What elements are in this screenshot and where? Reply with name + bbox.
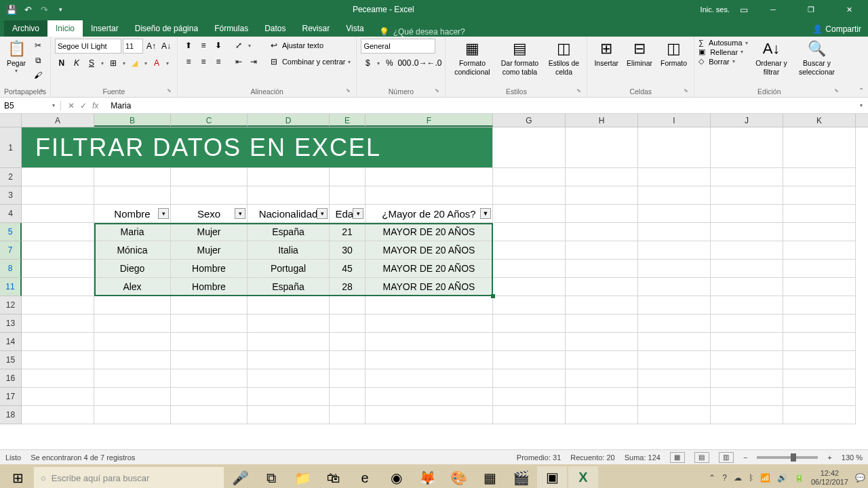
- cell[interactable]: [493, 260, 566, 278]
- cell[interactable]: Hombre: [171, 260, 248, 278]
- currency-icon[interactable]: $: [361, 56, 374, 70]
- cut-icon[interactable]: ✂: [31, 39, 45, 52]
- col-header-h[interactable]: H: [566, 114, 638, 127]
- cell[interactable]: [783, 278, 856, 296]
- table-header[interactable]: Edad▾: [330, 205, 366, 223]
- bold-button[interactable]: N: [55, 56, 68, 70]
- bluetooth-icon[interactable]: ᛒ: [749, 473, 753, 483]
- conditional-format-button[interactable]: ▦Formato condicional: [450, 39, 494, 78]
- align-top-icon[interactable]: ⬆: [182, 39, 195, 52]
- chevron-down-icon[interactable]: ▾: [376, 60, 381, 66]
- tab-data[interactable]: Datos: [256, 20, 294, 37]
- cell[interactable]: Diego: [94, 260, 171, 278]
- col-header-a[interactable]: A: [22, 114, 94, 127]
- filter-button[interactable]: ▾: [158, 208, 169, 219]
- align-bottom-icon[interactable]: ⬇: [212, 39, 225, 52]
- tab-layout[interactable]: Diseño de página: [127, 20, 206, 37]
- filter-button[interactable]: ▾: [317, 208, 328, 219]
- close-button[interactable]: ✕: [834, 0, 864, 19]
- notifications-icon[interactable]: 💬: [855, 473, 865, 483]
- format-painter-icon[interactable]: 🖌: [31, 68, 45, 82]
- cell[interactable]: Mujer: [171, 223, 248, 241]
- font-size-select[interactable]: [123, 39, 143, 54]
- excel-taskbar-icon[interactable]: X: [568, 466, 598, 488]
- view-page-break-button[interactable]: ▥: [719, 452, 734, 463]
- zoom-in-button[interactable]: +: [827, 453, 831, 462]
- fill-color-icon[interactable]: ◢: [128, 56, 142, 70]
- cell[interactable]: MAYOR DE 20 AÑOS: [366, 278, 493, 296]
- cell[interactable]: España: [248, 278, 330, 296]
- recorder-icon[interactable]: ▣: [537, 466, 567, 488]
- wifi-icon[interactable]: 📶: [760, 473, 770, 483]
- view-normal-button[interactable]: ▦: [670, 452, 685, 463]
- cell[interactable]: [711, 278, 783, 296]
- col-header-i[interactable]: I: [638, 114, 711, 127]
- table-header[interactable]: Nombre▾: [94, 205, 171, 223]
- tab-view[interactable]: Vista: [338, 20, 372, 37]
- cell[interactable]: [22, 241, 94, 260]
- cell[interactable]: [566, 241, 638, 260]
- align-center-icon[interactable]: ≡: [197, 55, 210, 68]
- grid[interactable]: FILTRAR DATOS EN EXCELNombre▾Sexo▾Nacion…: [22, 127, 856, 424]
- font-name-select[interactable]: [55, 39, 121, 54]
- cell[interactable]: [566, 260, 638, 278]
- view-page-layout-button[interactable]: ▤: [694, 452, 709, 463]
- cell[interactable]: [783, 241, 856, 260]
- increase-font-icon[interactable]: A↑: [144, 39, 158, 53]
- paste-button[interactable]: 📋 Pegar ▾: [4, 39, 28, 76]
- table-header[interactable]: Nacionalidad▾: [248, 205, 330, 223]
- fill-button[interactable]: ▣ Rellenar▾: [698, 47, 749, 56]
- cell[interactable]: [711, 223, 783, 241]
- paint-icon[interactable]: 🎨: [443, 466, 473, 488]
- tell-me-search[interactable]: 💡 ¿Qué desea hacer?: [372, 27, 472, 37]
- align-right-icon[interactable]: ≡: [212, 55, 225, 68]
- decrease-font-icon[interactable]: A↓: [159, 39, 173, 53]
- col-header-b[interactable]: B: [94, 114, 171, 127]
- wrap-text-button[interactable]: ↩ Ajustar texto: [267, 39, 353, 52]
- cell[interactable]: Italia: [248, 241, 330, 260]
- number-format-select[interactable]: [361, 39, 435, 54]
- undo-icon[interactable]: ↶: [22, 3, 34, 16]
- file-explorer-icon[interactable]: 📁: [288, 466, 317, 488]
- signin-link[interactable]: Inic. ses.: [701, 5, 730, 14]
- name-box[interactable]: B5 ▾: [0, 101, 61, 110]
- cell[interactable]: [638, 260, 711, 278]
- edge-icon[interactable]: e: [350, 466, 380, 488]
- filter-button[interactable]: ▾: [235, 208, 245, 219]
- enter-formula-icon[interactable]: ✓: [80, 101, 87, 110]
- ribbon-options-icon[interactable]: ▭: [738, 3, 750, 16]
- format-cells-button[interactable]: ◫Formato: [658, 39, 690, 69]
- col-header-j[interactable]: J: [711, 114, 783, 127]
- delete-cells-button[interactable]: ⊟Eliminar: [624, 39, 655, 69]
- merge-center-button[interactable]: ⊟ Combinar y centrar ▾: [267, 55, 353, 68]
- filter-button[interactable]: ▾: [353, 208, 363, 219]
- chevron-down-icon[interactable]: ▾: [143, 60, 149, 66]
- qat-dropdown-icon[interactable]: ▾: [54, 3, 66, 16]
- cell[interactable]: [711, 241, 783, 260]
- borders-icon[interactable]: ⊞: [106, 56, 120, 70]
- cell[interactable]: MAYOR DE 20 AÑOS: [366, 241, 493, 260]
- cell[interactable]: Maria: [94, 223, 171, 241]
- chevron-down-icon[interactable]: ▾: [121, 60, 127, 66]
- cell[interactable]: MAYOR DE 20 AÑOS: [366, 260, 493, 278]
- zoom-slider[interactable]: [757, 456, 818, 459]
- col-header-f[interactable]: F: [366, 114, 493, 127]
- table-header[interactable]: Sexo▾: [171, 205, 248, 223]
- fx-icon[interactable]: fx: [92, 101, 98, 110]
- chevron-down-icon[interactable]: ▾: [247, 43, 252, 49]
- col-header-k[interactable]: K: [783, 114, 856, 127]
- cell[interactable]: [638, 241, 711, 260]
- insert-cells-button[interactable]: ⊞Insertar: [591, 39, 621, 69]
- find-select-button[interactable]: 🔍Buscar y seleccionar: [794, 39, 840, 78]
- cell[interactable]: Portugal: [248, 260, 330, 278]
- cell[interactable]: 28: [330, 278, 366, 296]
- store-icon[interactable]: 🛍: [319, 466, 349, 488]
- taskbar-clock[interactable]: 12:42 06/12/2017: [811, 469, 848, 487]
- tab-review[interactable]: Revisar: [294, 20, 338, 37]
- align-left-icon[interactable]: ≡: [182, 55, 195, 68]
- col-header-d[interactable]: D: [248, 114, 330, 127]
- filter-button[interactable]: ▼: [480, 208, 491, 219]
- title-cell[interactable]: FILTRAR DATOS EN EXCEL: [22, 127, 493, 168]
- percent-icon[interactable]: %: [382, 56, 396, 70]
- video-icon[interactable]: 🎬: [506, 466, 536, 488]
